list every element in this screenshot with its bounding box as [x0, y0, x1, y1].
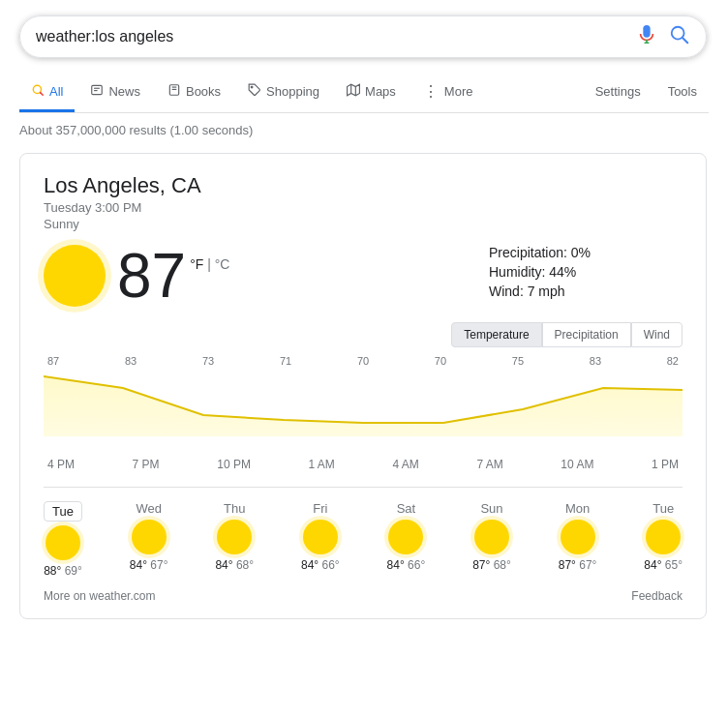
forecast-low-4: 66°: [408, 558, 425, 572]
forecast-temps-1: 84° 67°: [130, 558, 168, 572]
settings-label: Settings: [595, 84, 641, 99]
forecast-low-2: 68°: [236, 558, 254, 572]
weather-footer: More on weather.com Feedback: [44, 589, 682, 603]
tab-maps-label: Maps: [365, 84, 396, 99]
time-label-4: 4 AM: [392, 458, 418, 471]
chart-label-2: 73: [202, 355, 214, 367]
forecast-day-4[interactable]: Sat84° 66°: [387, 501, 426, 578]
time-label-1: 7 PM: [133, 458, 160, 471]
tab-books-label: Books: [186, 84, 221, 99]
weather-source-link[interactable]: More on weather.com: [44, 589, 155, 603]
temperature-chart-svg: [44, 369, 682, 436]
temperature-chart: 87 83 73 71 70 70 75 83 82: [44, 355, 682, 452]
time-label-2: 10 PM: [217, 458, 251, 471]
maps-icon: [347, 83, 360, 100]
weather-condition: Sunny: [44, 217, 682, 231]
feedback-link[interactable]: Feedback: [631, 589, 682, 603]
forecast-sun-3: [303, 520, 338, 554]
forecast-temps-0: 88° 69°: [44, 564, 82, 578]
unit-f[interactable]: °F: [190, 256, 203, 272]
forecast-day-7[interactable]: Tue84° 65°: [644, 501, 682, 578]
forecast-low-1: 67°: [150, 558, 167, 572]
forecast-day-2[interactable]: Thu84° 68°: [215, 501, 254, 578]
temp-display: 87 °F | °C: [117, 245, 229, 307]
tab-news[interactable]: News: [78, 74, 152, 112]
forecast-row: Tue88° 69°Wed84° 67°Thu84° 68°Fri84° 66°…: [44, 487, 682, 578]
forecast-sun-7: [646, 520, 681, 554]
tools-link[interactable]: Tools: [656, 75, 709, 111]
chart-label-4: 70: [357, 355, 369, 367]
chart-tabs: Temperature Precipitation Wind: [44, 322, 682, 347]
tab-more[interactable]: ⋮ More: [411, 73, 485, 113]
chart-tab-wind[interactable]: Wind: [631, 322, 682, 347]
svg-point-10: [251, 86, 253, 88]
chart-label-0: 87: [47, 355, 59, 367]
chart-label-7: 83: [590, 355, 601, 367]
all-icon: [31, 83, 45, 100]
forecast-sun-6: [561, 520, 595, 554]
chart-label-6: 75: [512, 355, 524, 367]
results-count: About 357,000,000 results (1.00 seconds): [19, 123, 709, 137]
forecast-sun-4: [388, 520, 423, 554]
chart-value-labels: 87 83 73 71 70 70 75 83 82: [44, 355, 682, 367]
weather-card: Los Angeles, CA Tuesday 3:00 PM Sunny 87…: [19, 153, 707, 619]
forecast-temps-3: 84° 66°: [301, 558, 340, 572]
forecast-sun-0: [46, 525, 80, 560]
weather-main: 87 °F | °C Precipitation: 0% Humidity: 4…: [44, 245, 682, 307]
shopping-icon: [248, 83, 261, 100]
tab-all[interactable]: All: [19, 74, 75, 112]
settings-link[interactable]: Settings: [584, 75, 652, 111]
forecast-day-6[interactable]: Mon87° 67°: [559, 501, 597, 578]
forecast-day-1[interactable]: Wed84° 67°: [130, 501, 168, 578]
time-label-7: 1 PM: [652, 458, 679, 471]
search-icons: [636, 24, 690, 49]
forecast-day-0[interactable]: Tue88° 69°: [44, 501, 82, 578]
tab-shopping[interactable]: Shopping: [236, 74, 331, 112]
forecast-day-5[interactable]: Sun87° 68°: [472, 501, 511, 578]
search-bar: [19, 15, 707, 58]
news-icon: [90, 83, 104, 100]
tools-label: Tools: [668, 84, 697, 99]
forecast-day-name-1: Wed: [136, 501, 162, 516]
tab-maps[interactable]: Maps: [335, 74, 408, 112]
weather-location: Los Angeles, CA: [44, 173, 682, 198]
forecast-temps-4: 84° 66°: [387, 558, 426, 572]
time-label-3: 1 AM: [309, 458, 335, 471]
wind-info: Wind: 7 mph: [489, 283, 682, 299]
forecast-day-name-4: Sat: [397, 501, 416, 516]
forecast-low-0: 69°: [65, 564, 82, 578]
precipitation-info: Precipitation: 0%: [489, 245, 682, 260]
forecast-day-name-3: Fri: [313, 501, 327, 516]
forecast-day-name-6: Mon: [565, 501, 590, 516]
search-button-icon[interactable]: [669, 24, 690, 49]
temperature-value: 87: [117, 245, 186, 307]
tab-books[interactable]: Books: [156, 74, 232, 112]
forecast-low-3: 66°: [322, 558, 340, 572]
forecast-low-6: 67°: [579, 558, 596, 572]
forecast-day-3[interactable]: Fri84° 66°: [301, 501, 340, 578]
humidity-info: Humidity: 44%: [489, 264, 682, 280]
forecast-day-name-0: Tue: [44, 501, 82, 522]
search-input[interactable]: [36, 28, 636, 45]
forecast-sun-1: [132, 520, 167, 554]
forecast-low-7: 65°: [665, 558, 682, 572]
unit-c[interactable]: °C: [215, 256, 230, 272]
weather-details: Precipitation: 0% Humidity: 44% Wind: 7 …: [489, 245, 682, 299]
chart-tab-precipitation[interactable]: Precipitation: [542, 322, 631, 347]
time-label-0: 4 PM: [47, 458, 75, 471]
forecast-sun-2: [217, 520, 252, 554]
forecast-temps-2: 84° 68°: [215, 558, 254, 572]
microphone-icon[interactable]: [636, 24, 657, 49]
svg-marker-11: [348, 84, 360, 96]
tab-all-label: All: [49, 84, 63, 99]
weather-left: 87 °F | °C: [44, 245, 489, 307]
book-icon: [167, 83, 181, 100]
chart-tab-temperature[interactable]: Temperature: [451, 322, 541, 347]
time-label-5: 7 AM: [476, 458, 502, 471]
forecast-day-name-2: Thu: [224, 501, 245, 516]
forecast-day-name-5: Sun: [480, 501, 502, 516]
forecast-temps-7: 84° 65°: [644, 558, 682, 572]
chart-time-labels: 4 PM 7 PM 10 PM 1 AM 4 AM 7 AM 10 AM 1 P…: [44, 452, 682, 471]
tab-more-label: More: [444, 84, 473, 99]
nav-tabs: All News Books Shopping Maps ⋮ More Sett…: [19, 72, 709, 113]
